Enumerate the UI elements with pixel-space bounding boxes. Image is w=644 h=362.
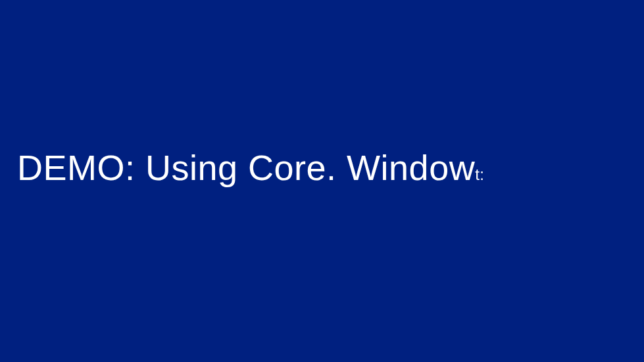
slide-title-main: DEMO: Using Core. Window [17, 148, 475, 187]
slide-title-suffix: t: [475, 166, 484, 183]
slide-title: DEMO: Using Core. Windowt: [17, 150, 485, 185]
